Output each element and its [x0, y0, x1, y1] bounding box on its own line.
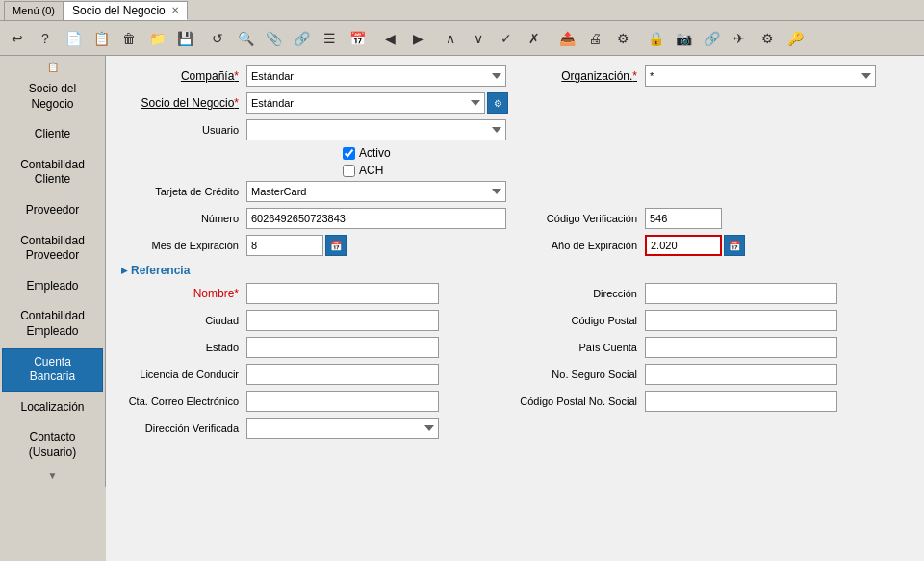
tab-label: Socio del Negocio [72, 4, 166, 17]
search-btn[interactable]: 🔍 [232, 25, 259, 52]
delete-btn[interactable]: 🗑 [116, 25, 142, 52]
no-seguro-input[interactable] [645, 364, 837, 385]
ach-row: ACH [343, 164, 909, 177]
sidebar-item-contabilidad-cliente[interactable]: ContabilidadCliente [2, 151, 103, 194]
refresh-btn[interactable]: ↺ [204, 25, 231, 52]
export-btn[interactable]: 📤 [553, 25, 580, 52]
numero-label: Número [121, 213, 246, 224]
nombre-direccion-row: Nombre* Dirección [121, 283, 909, 304]
codigo-postal2-input[interactable] [645, 391, 837, 412]
open-btn[interactable]: 📁 [143, 25, 170, 52]
referencia-label: Referencia [131, 264, 190, 277]
check-btn[interactable]: ✓ [493, 25, 520, 52]
tarjeta-select-wrapper: MasterCard [246, 181, 506, 202]
mes-expiracion-input[interactable] [246, 235, 323, 256]
numero-input[interactable]: 6026492650723843 [246, 208, 506, 229]
codigo-verificacion-input[interactable]: 546 [645, 208, 722, 229]
direccion-verificada-wrapper [246, 418, 439, 439]
sidebar-item-socio-negocio[interactable]: Socio delNegocio [2, 75, 103, 118]
ciudad-codigopostal-row: Ciudad Código Postal [121, 310, 909, 331]
toolbar: ↩ ? 📄 📋 🗑 📁 💾 ↺ 🔍 📎 🔗 ☰ 📅 ◀ ▶ ∧ ∨ ✓ ✗ 📤 … [0, 21, 924, 56]
no-seguro-label: No. Seguro Social [520, 369, 645, 380]
socio-negocio-action-btn[interactable]: ⚙ [487, 92, 508, 114]
nombre-label: Nombre* [121, 287, 246, 300]
print2-btn[interactable]: ⚙ [609, 25, 636, 52]
sidebar-item-empleado[interactable]: Empleado [2, 272, 103, 301]
compania-label: Compañía* [121, 69, 246, 83]
send-btn[interactable]: ✈ [726, 25, 753, 52]
pais-cuenta-label: País Cuenta [520, 342, 645, 353]
licencia-input[interactable] [246, 364, 439, 385]
activo-label: Activo [359, 146, 391, 160]
sidebar-item-contabilidad-empleado[interactable]: ContabilidadEmpleado [2, 302, 103, 345]
tarjeta-credito-select[interactable]: MasterCard [246, 181, 506, 202]
camera-btn[interactable]: 📷 [670, 25, 697, 52]
chain-btn[interactable]: 🔗 [698, 25, 725, 52]
direccion-input[interactable] [645, 283, 837, 304]
back-btn[interactable]: ↩ [4, 25, 31, 52]
codigo-postal-input[interactable] [645, 310, 837, 331]
socio-negocio-label: Socio del Negocio* [121, 96, 246, 110]
sidebar-item-contabilidad-proveedor[interactable]: ContabilidadProveedor [2, 227, 103, 270]
mes-expiracion-calendar-btn[interactable]: 📅 [325, 235, 346, 256]
codigo-postal2-label: Código Postal No. Social [520, 395, 645, 407]
organizacion-select[interactable]: * [645, 65, 876, 87]
anio-expiracion-label: Año de Expiración [520, 240, 645, 251]
sidebar-item-cuenta-bancaria[interactable]: CuentaBancaria [2, 348, 103, 392]
numero-row: Número 6026492650723843 Código Verificac… [121, 208, 909, 229]
estado-paiscuenta-row: Estado País Cuenta [121, 337, 909, 358]
codigo-postal-label: Código Postal [520, 315, 645, 326]
prev-btn[interactable]: ◀ [376, 25, 403, 52]
save-btn[interactable]: 💾 [171, 25, 198, 52]
sidebar-item-cliente[interactable]: Cliente [2, 120, 103, 149]
activo-row: Activo [343, 146, 909, 160]
direccion-verificada-row: Dirección Verificada [121, 418, 909, 439]
down-btn[interactable]: ∨ [465, 25, 492, 52]
menu-tab[interactable]: Menú (0) [4, 1, 64, 20]
ach-checkbox[interactable] [343, 165, 355, 177]
settings-btn[interactable]: ⚙ [754, 25, 781, 52]
usuario-select[interactable] [246, 119, 506, 140]
usuario-select-wrapper [246, 119, 506, 140]
tarjeta-credito-label: Tarjeta de Crédito [121, 186, 246, 197]
direccion-verificada-label: Dirección Verificada [121, 422, 246, 434]
key-btn[interactable]: 🔑 [782, 25, 808, 52]
mes-expiracion-label: Mes de Expiración [121, 240, 246, 251]
activo-checkbox[interactable] [343, 147, 355, 160]
cancel-btn[interactable]: ✗ [521, 25, 548, 52]
nombre-input[interactable] [246, 283, 439, 304]
ciudad-input[interactable] [246, 310, 439, 331]
correo-row: Cta. Correo Electrónico Código Postal No… [121, 391, 909, 412]
attach-btn[interactable]: 📎 [260, 25, 287, 52]
socio-negocio-select-wrapper: Estándar [246, 92, 485, 114]
socio-negocio-select[interactable]: Estándar [246, 92, 485, 114]
sidebar-item-localizacion[interactable]: Localización [2, 394, 103, 422]
pais-cuenta-input[interactable] [645, 337, 837, 358]
copy-btn[interactable]: 📋 [88, 25, 115, 52]
ach-label: ACH [359, 164, 383, 177]
link-btn[interactable]: 🔗 [288, 25, 315, 52]
close-tab-icon[interactable]: ✕ [171, 5, 179, 15]
print-btn[interactable]: 🖨 [581, 25, 608, 52]
anio-expiracion-calendar-btn[interactable]: 📅 [724, 235, 745, 256]
lock-btn[interactable]: 🔒 [642, 25, 669, 52]
sidebar-item-proveedor[interactable]: Proveedor [2, 196, 103, 225]
anio-expiracion-input[interactable] [645, 235, 722, 256]
estado-input[interactable] [246, 337, 439, 358]
compania-select[interactable]: Estándar [246, 65, 506, 87]
calendar-btn[interactable]: 📅 [344, 25, 371, 52]
ciudad-label: Ciudad [121, 315, 246, 326]
expiracion-row: Mes de Expiración 📅 Año de Expiración 📅 [121, 235, 909, 256]
list-btn[interactable]: ☰ [316, 25, 343, 52]
organizacion-select-wrapper: * [645, 65, 876, 87]
next-btn[interactable]: ▶ [404, 25, 431, 52]
cta-correo-input[interactable] [246, 391, 439, 412]
new-btn[interactable]: 📄 [60, 25, 87, 52]
licencia-seguro-row: Licencia de Conducir No. Seguro Social [121, 364, 909, 385]
help-btn[interactable]: ? [32, 25, 59, 52]
usuario-label: Usuario [121, 124, 246, 136]
direccion-verificada-select[interactable] [246, 418, 439, 439]
active-tab[interactable]: Socio del Negocio ✕ [64, 1, 188, 20]
sidebar-item-contacto-usuario[interactable]: Contacto(Usuario) [2, 423, 103, 467]
up-btn[interactable]: ∧ [437, 25, 464, 52]
